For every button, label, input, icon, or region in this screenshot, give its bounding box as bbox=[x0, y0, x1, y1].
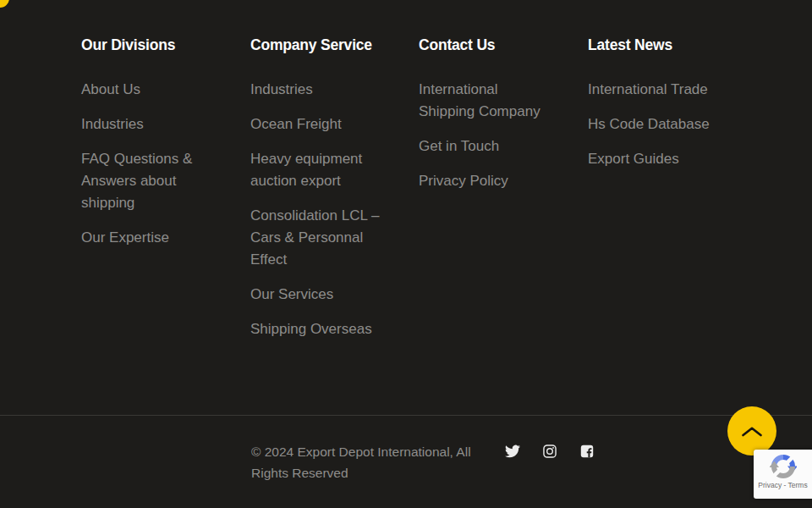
footer-link[interactable]: About Us bbox=[81, 79, 140, 101]
footer-link[interactable]: Privacy Policy bbox=[419, 170, 508, 192]
footer-column: Latest NewsInternational TradeHs Code Da… bbox=[588, 37, 812, 353]
twitter-link[interactable] bbox=[505, 444, 520, 459]
footer-link[interactable]: Hs Code Database bbox=[588, 113, 710, 135]
footer-link[interactable]: Consolidation LCL – Cars & Personnal Eff… bbox=[250, 205, 387, 271]
footer-link[interactable]: Industries bbox=[81, 113, 144, 135]
footer-link[interactable]: Ocean Freight bbox=[250, 113, 342, 135]
footer-link[interactable]: Our Services bbox=[250, 284, 333, 306]
footer-column: Our DivisionsAbout UsIndustriesFAQ Quest… bbox=[81, 37, 250, 353]
footer-bottom-bar: © 2024 Export Depot International, All R… bbox=[0, 416, 812, 508]
footer-link[interactable]: Heavy equipment auction export bbox=[250, 148, 387, 192]
footer-link[interactable]: FAQ Questions & Answers about shipping bbox=[81, 148, 219, 214]
scroll-to-top-button[interactable] bbox=[727, 406, 776, 456]
footer-link[interactable]: International Trade bbox=[588, 79, 708, 101]
footer: Our DivisionsAbout UsIndustriesFAQ Quest… bbox=[0, 0, 812, 508]
social-links bbox=[505, 444, 595, 459]
footer-link[interactable]: Export Guides bbox=[588, 148, 679, 170]
footer-column: Company ServiceIndustriesOcean FreightHe… bbox=[250, 37, 419, 353]
footer-link-list: IndustriesOcean FreightHeavy equipment a… bbox=[250, 79, 387, 340]
footer-link-columns: Our DivisionsAbout UsIndustriesFAQ Quest… bbox=[0, 0, 812, 415]
footer-link-list: International Shipping CompanyGet in Tou… bbox=[419, 79, 557, 192]
footer-column-title: Latest News bbox=[588, 37, 781, 52]
footer-column-title: Our Divisions bbox=[81, 37, 219, 52]
facebook-link[interactable] bbox=[579, 444, 595, 459]
footer-link-list: International TradeHs Code DatabaseExpor… bbox=[588, 79, 781, 170]
footer-column: Contact UsInternational Shipping Company… bbox=[419, 37, 588, 353]
footer-link[interactable]: Get in Touch bbox=[419, 135, 499, 157]
footer-column-title: Contact Us bbox=[419, 37, 557, 52]
instagram-link[interactable] bbox=[542, 444, 557, 459]
twitter-icon bbox=[505, 444, 520, 459]
recaptcha-privacy-terms[interactable]: Privacy - Terms bbox=[754, 481, 812, 489]
chevron-up-icon bbox=[741, 426, 763, 437]
footer-link[interactable]: Industries bbox=[250, 79, 313, 101]
footer-column-title: Company Service bbox=[250, 37, 387, 52]
instagram-icon bbox=[542, 444, 557, 459]
recaptcha-logo-icon bbox=[770, 453, 797, 480]
footer-link[interactable]: Our Expertise bbox=[81, 227, 169, 249]
copyright-text: © 2024 Export Depot International, All R… bbox=[251, 441, 484, 483]
footer-link-list: About UsIndustriesFAQ Questions & Answer… bbox=[81, 79, 219, 249]
recaptcha-badge[interactable]: Privacy - Terms bbox=[754, 450, 812, 499]
footer-link[interactable]: Shipping Overseas bbox=[250, 318, 372, 340]
facebook-icon bbox=[579, 444, 595, 459]
footer-link[interactable]: International Shipping Company bbox=[419, 79, 557, 123]
